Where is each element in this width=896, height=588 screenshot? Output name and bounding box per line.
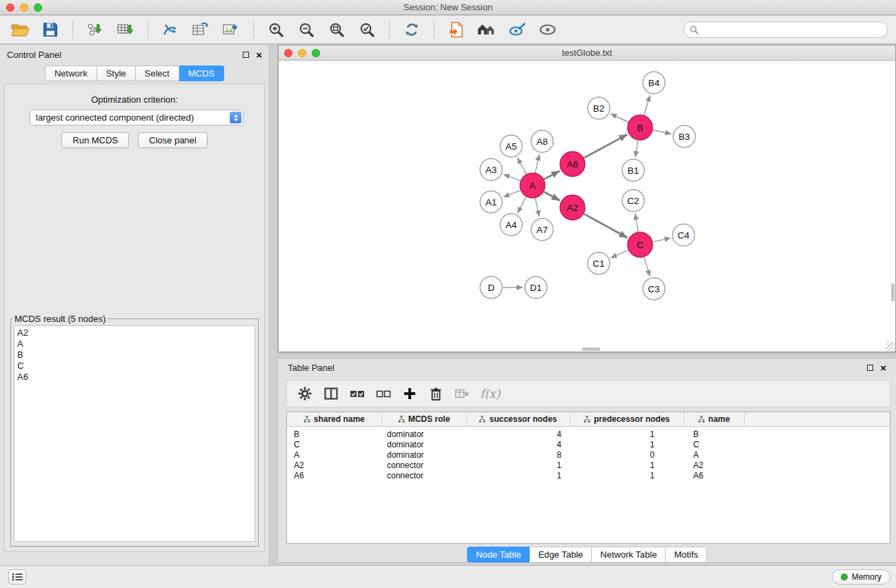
network-node-A4[interactable]: A4: [500, 214, 522, 236]
delete-column-button[interactable]: [425, 383, 447, 405]
network-node-A[interactable]: A: [520, 173, 545, 198]
tab-node-table[interactable]: Node Table: [467, 547, 530, 562]
table-row[interactable]: Bdominator41B: [287, 426, 890, 440]
network-node-A5[interactable]: A5: [500, 135, 522, 157]
maximize-window-button[interactable]: [34, 3, 42, 12]
open-session-button[interactable]: [8, 19, 32, 41]
optimization-criterion-select[interactable]: largest connected component (directed): [30, 110, 243, 125]
zoom-fit-button[interactable]: [325, 19, 348, 41]
search-input[interactable]: [702, 25, 882, 35]
zoom-selected-button[interactable]: [355, 19, 379, 41]
close-panel-button[interactable]: Close panel: [138, 132, 208, 148]
float-panel-icon[interactable]: [243, 52, 249, 58]
edge-A-A7[interactable]: [535, 199, 539, 217]
column-header-successor-nodes[interactable]: successor nodes: [466, 412, 570, 426]
network-canvas[interactable]: B4B2BB3A5A8A6B1A3AC2A1A2A4A7C4CC1C3DD1: [279, 61, 895, 352]
column-header-name[interactable]: name: [684, 412, 744, 426]
network-node-B3[interactable]: B3: [673, 125, 695, 148]
edge-A-A8[interactable]: [535, 154, 539, 173]
network-node-C1[interactable]: C1: [588, 252, 610, 274]
import-table-button[interactable]: [114, 19, 137, 41]
edge-C-C1[interactable]: [610, 250, 628, 258]
select-all-rows-button[interactable]: [346, 383, 368, 405]
report-button[interactable]: [445, 19, 468, 41]
edge-B-B1[interactable]: [635, 141, 638, 157]
column-header-predecessor-nodes[interactable]: predecessor nodes: [570, 412, 684, 426]
run-mcds-button[interactable]: Run MCDS: [61, 132, 129, 148]
create-column-button[interactable]: [399, 383, 421, 405]
float-table-panel-icon[interactable]: [867, 365, 873, 371]
edge-C-C3[interactable]: [644, 257, 650, 276]
show-hide-button[interactable]: [536, 19, 559, 41]
result-list-item[interactable]: A: [17, 338, 252, 349]
network-node-C3[interactable]: C3: [643, 278, 665, 300]
edge-A-A2[interactable]: [544, 192, 560, 201]
tab-network-table[interactable]: Network Table: [592, 547, 666, 562]
network-vertical-scrollbar[interactable]: [891, 283, 895, 301]
mcds-result-list[interactable]: A2ABCA6: [14, 325, 255, 542]
deselect-all-rows-button[interactable]: [372, 383, 395, 405]
result-list-item[interactable]: C: [17, 361, 252, 372]
network-node-C4[interactable]: C4: [673, 224, 695, 246]
result-list-item[interactable]: A6: [17, 372, 252, 383]
network-node-B1[interactable]: B1: [622, 159, 644, 181]
edge-A-A3[interactable]: [504, 174, 521, 181]
edge-A6-B[interactable]: [584, 134, 628, 158]
network-node-B4[interactable]: B4: [643, 72, 665, 94]
result-list-item[interactable]: A2: [17, 327, 252, 338]
delete-table-button[interactable]: [451, 383, 473, 405]
table-row[interactable]: Adominator80A: [287, 450, 890, 460]
home-network-button[interactable]: [475, 19, 499, 41]
network-node-A3[interactable]: A3: [480, 159, 502, 181]
edge-A-A4[interactable]: [517, 197, 526, 214]
edge-A-A5[interactable]: [517, 158, 526, 174]
save-session-button[interactable]: [39, 19, 62, 41]
network-node-A6[interactable]: A6: [560, 152, 585, 176]
edge-C-C2[interactable]: [635, 214, 638, 232]
zoom-in-button[interactable]: [264, 19, 288, 41]
close-network-window-button[interactable]: [284, 49, 292, 57]
tab-edge-table[interactable]: Edge Table: [530, 547, 592, 562]
close-window-button[interactable]: [6, 3, 14, 12]
network-node-A7[interactable]: A7: [531, 219, 553, 241]
edge-A-A1[interactable]: [504, 190, 521, 197]
close-panel-icon[interactable]: ×: [256, 50, 262, 60]
edge-A2-C[interactable]: [584, 214, 628, 238]
network-node-A8[interactable]: A8: [531, 130, 553, 152]
column-header-mcds-role[interactable]: MCDS role: [381, 412, 466, 426]
minimize-network-window-button[interactable]: [298, 49, 306, 57]
table-settings-button[interactable]: [294, 383, 316, 405]
column-header-shared-name[interactable]: shared name: [287, 412, 381, 426]
result-list-item[interactable]: B: [17, 349, 252, 361]
table-row[interactable]: A2connector11A2: [287, 460, 890, 471]
network-horizontal-scrollbar[interactable]: [582, 347, 600, 351]
network-node-C2[interactable]: C2: [622, 190, 644, 212]
tab-motifs[interactable]: Motifs: [666, 547, 707, 562]
tab-mcds[interactable]: MCDS: [179, 65, 224, 81]
network-node-A2[interactable]: A2: [560, 195, 585, 220]
edge-B-B3[interactable]: [653, 130, 672, 134]
memory-button[interactable]: Memory: [832, 569, 890, 585]
resize-grip[interactable]: [886, 342, 895, 352]
import-network-button[interactable]: [83, 19, 107, 41]
refresh-view-button[interactable]: [400, 19, 424, 41]
zoom-out-button[interactable]: [295, 19, 318, 41]
show-column-button[interactable]: [320, 383, 342, 405]
minimize-window-button[interactable]: [20, 3, 28, 12]
manage-table-button[interactable]: [189, 19, 212, 41]
table-row[interactable]: Cdominator41C: [287, 440, 890, 450]
edge-C-C4[interactable]: [653, 238, 671, 242]
maximize-network-window-button[interactable]: [312, 49, 320, 57]
close-table-panel-icon[interactable]: ×: [880, 363, 886, 373]
network-node-A1[interactable]: A1: [480, 191, 502, 213]
edge-B-B4[interactable]: [644, 95, 650, 115]
export-image-button[interactable]: [219, 19, 243, 41]
network-node-C[interactable]: C: [628, 232, 653, 257]
function-builder-button[interactable]: f(x): [477, 387, 500, 401]
task-history-button[interactable]: [8, 569, 26, 585]
network-node-B[interactable]: B: [628, 115, 653, 140]
edge-B-B2[interactable]: [610, 114, 628, 122]
tab-select[interactable]: Select: [136, 65, 179, 81]
network-node-D1[interactable]: D1: [525, 276, 547, 298]
apply-layout-button[interactable]: [159, 19, 182, 41]
